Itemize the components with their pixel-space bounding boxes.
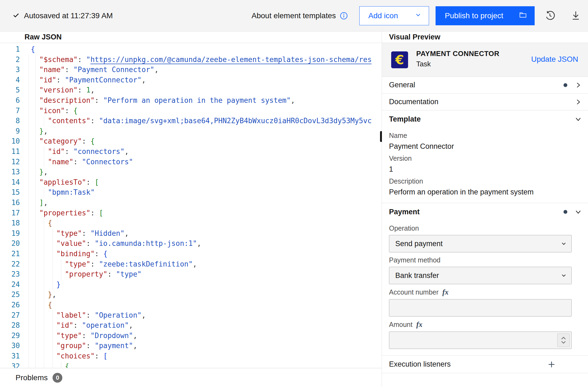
update-json-link[interactable]: Update JSON [531, 55, 578, 64]
group-general[interactable]: General [382, 77, 588, 94]
code-line: 21 "binding": { [0, 249, 382, 259]
group-documentation[interactable]: Documentation [382, 94, 588, 110]
line-number: 23 [0, 269, 20, 280]
group-documentation-label: Documentation [389, 98, 439, 106]
number-stepper[interactable] [557, 333, 570, 347]
group-payment-header[interactable]: Payment [389, 203, 581, 221]
code-line: 27 "label": "Operation", [0, 310, 382, 321]
template-description-label: Description [389, 177, 581, 185]
top-toolbar: Autosaved at 11:27:39 AM About element t… [0, 0, 588, 32]
line-number: 3 [0, 65, 20, 75]
amount-input[interactable] [389, 332, 571, 349]
problems-toggle[interactable]: Problems 0 [16, 368, 62, 387]
template-version-value: 1 [389, 165, 581, 174]
editor-status-bar: Problems 0 [0, 368, 382, 387]
code-line-text: }, [31, 167, 48, 177]
code-line: 31 "choices": [ [0, 351, 382, 361]
panel-header-strip: Raw JSON Visual Preview [0, 32, 588, 43]
line-number: 21 [0, 249, 20, 259]
execution-listeners-label: Execution listeners [389, 360, 451, 369]
code-line-text: ], [31, 198, 48, 208]
element-type: Task [416, 60, 431, 68]
code-line-text: { [31, 361, 69, 368]
line-number: 24 [0, 280, 20, 290]
version-history-icon[interactable] [544, 10, 556, 21]
code-line: 24 } [0, 280, 382, 290]
account-number-field-wrap [389, 299, 572, 317]
line-number: 25 [0, 290, 20, 300]
code-line: 10 "category": { [0, 136, 382, 147]
line-number: 7 [0, 106, 20, 116]
code-line: 28 "id": "operation", [0, 320, 382, 331]
publish-to-project-button[interactable]: Publish to project [436, 6, 535, 25]
about-element-templates-link[interactable]: About element templates [252, 0, 336, 32]
code-line-text: }, [31, 126, 48, 137]
line-number: 14 [0, 177, 20, 188]
line-number: 15 [0, 187, 20, 198]
line-number: 2 [0, 55, 20, 65]
payment-method-select-value: Bank transfer [395, 271, 439, 280]
code-line: 32 { [0, 361, 382, 368]
modified-dot-icon [564, 210, 567, 214]
autosave-status: Autosaved at 11:27:39 AM [24, 0, 113, 32]
visual-preview-panel-title: Visual Preview [389, 32, 440, 43]
code-line-text: "type": "Dropdown", [31, 331, 137, 341]
payment-method-select[interactable]: Bank transfer [389, 267, 572, 284]
fx-icon[interactable]: fx [442, 288, 449, 296]
code-line: 9 }, [0, 126, 382, 137]
account-number-label: Account number fx [389, 288, 581, 296]
group-template-header[interactable]: Template [389, 110, 581, 128]
code-line-text: "icon": { [31, 106, 78, 116]
code-line: 11 "id": "connectors", [0, 147, 382, 157]
line-number: 17 [0, 208, 20, 218]
group-execution-listeners[interactable]: Execution listeners [382, 356, 588, 373]
chevron-right-icon [574, 81, 583, 91]
problems-count-badge: 0 [53, 373, 62, 383]
code-line-text: "bpmn:Task" [31, 187, 95, 198]
line-number: 18 [0, 218, 20, 228]
template-description-value: Perform an operation in the payment syst… [389, 188, 581, 196]
add-icon-button[interactable]: Add icon [359, 6, 429, 25]
line-number: 22 [0, 259, 20, 270]
code-line-text: "name": "Connectors" [31, 157, 133, 167]
code-line-text: "name": "Payment Connector", [31, 65, 159, 75]
line-number: 31 [0, 351, 20, 361]
problems-label: Problems [16, 373, 48, 382]
info-icon[interactable] [340, 12, 348, 21]
raw-json-editor[interactable]: 1{2 "$schema": "https://unpkg.com/@camun… [0, 43, 382, 368]
code-line: 13 }, [0, 167, 382, 177]
account-number-input[interactable] [389, 299, 571, 316]
code-line-text: "category": { [31, 136, 95, 147]
group-template-label: Template [389, 115, 421, 123]
code-line: 5 "version": 1, [0, 85, 382, 95]
operation-select[interactable]: Send payment [389, 235, 572, 252]
line-number: 6 [0, 95, 20, 106]
operation-label: Operation [389, 224, 581, 232]
code-line: 18 { [0, 218, 382, 228]
chevron-down-icon [574, 115, 583, 125]
element-header: € PAYMENT CONNECTOR Task Update JSON [382, 43, 588, 77]
group-payment-label: Payment [389, 208, 420, 216]
visual-preview-panel: € PAYMENT CONNECTOR Task Update JSON Gen… [382, 43, 588, 387]
modified-dot-icon [564, 83, 567, 87]
code-line: 30 "group": "payment", [0, 341, 382, 351]
code-line: 15 "bpmn:Task" [0, 187, 382, 198]
payment-method-label: Payment method [389, 256, 581, 264]
code-line-text: "choices": [ [31, 351, 108, 361]
line-number: 11 [0, 147, 20, 157]
add-icon-button-label: Add icon [368, 11, 398, 20]
download-icon[interactable] [570, 10, 581, 21]
amount-label: Amount fx [389, 320, 581, 329]
chevron-down-icon [561, 272, 567, 281]
fx-icon[interactable]: fx [416, 320, 422, 329]
code-line-text: { [31, 300, 52, 310]
code-line: 16 ], [0, 198, 382, 208]
line-number: 32 [0, 361, 20, 368]
code-line-text: "$schema": "https://unpkg.com/@camunda/z… [31, 55, 372, 65]
code-line-text: } [31, 280, 61, 290]
code-line: 23 "property": "type" [0, 269, 382, 280]
code-line: 19 "type": "Hidden", [0, 228, 382, 239]
schema-url-link[interactable]: https://unpkg.com/@camunda/zeebe-element… [90, 55, 372, 64]
code-line-text: "binding": { [31, 249, 108, 259]
add-listener-plus-icon[interactable] [547, 360, 556, 369]
